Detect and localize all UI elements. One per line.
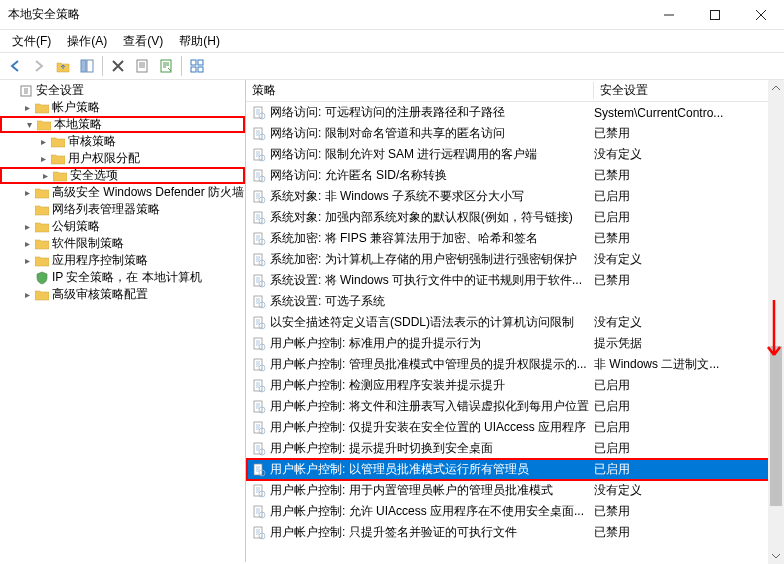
expander-icon[interactable]: ▸ [20,255,34,266]
column-setting[interactable]: 安全设置 [594,82,784,99]
list-row[interactable]: 网络访问: 限制允许对 SAM 进行远程调用的客户端没有定义 [246,144,784,165]
policy-icon [252,190,270,204]
list-row[interactable]: 网络访问: 可远程访问的注册表路径和子路径System\CurrentContr… [246,102,784,123]
setting-text: 已禁用 [594,524,784,541]
expander-icon[interactable]: ▸ [38,170,52,181]
expander-icon[interactable]: ▸ [20,238,34,249]
list-body[interactable]: 网络访问: 可远程访问的注册表路径和子路径System\CurrentContr… [246,102,784,543]
tree-item[interactable]: ▸应用程序控制策略 [0,252,245,269]
list-row[interactable]: 用户帐户控制: 提示提升时切换到安全桌面已启用 [246,438,784,459]
svg-rect-8 [198,67,203,72]
scroll-thumb[interactable] [770,346,782,506]
setting-text: 已启用 [594,440,784,457]
svg-rect-20 [254,212,262,223]
list-row[interactable]: 系统加密: 将 FIPS 兼容算法用于加密、哈希和签名已禁用 [246,228,784,249]
svg-rect-3 [137,60,147,72]
tree-item-label: 软件限制策略 [50,235,124,252]
list-row[interactable]: 以安全描述符定义语言(SDDL)语法表示的计算机访问限制没有定义 [246,312,784,333]
content-area: 安全设置▸帐户策略▾本地策略▸审核策略▸用户权限分配▸安全选项▸高级安全 Win… [0,80,784,562]
expander-icon[interactable]: ▸ [36,153,50,164]
column-policy[interactable]: 策略 [246,82,594,99]
list-row[interactable]: 网络访问: 限制对命名管道和共享的匿名访问已禁用 [246,123,784,144]
minimize-button[interactable] [646,0,692,30]
back-button[interactable] [4,55,26,77]
list-row[interactable]: 用户帐户控制: 检测应用程序安装并提示提升已启用 [246,375,784,396]
scroll-up-button[interactable] [768,80,784,96]
tree-item[interactable]: IP 安全策略，在 本地计算机 [0,269,245,286]
tree-item[interactable]: ▸用户权限分配 [0,150,245,167]
close-button[interactable] [738,0,784,30]
expander-icon[interactable]: ▸ [36,136,50,147]
list-row[interactable]: 用户帐户控制: 只提升签名并验证的可执行文件已禁用 [246,522,784,543]
properties-button[interactable] [131,55,153,77]
svg-rect-18 [254,191,262,202]
tree-item[interactable]: ▸帐户策略 [0,99,245,116]
show-hide-tree-button[interactable] [76,55,98,77]
export-button[interactable] [155,55,177,77]
svg-rect-16 [254,170,262,181]
expander-icon[interactable]: ▸ [20,289,34,300]
list-row[interactable]: 系统加密: 为计算机上存储的用户密钥强制进行强密钥保护没有定义 [246,249,784,270]
tree-item[interactable]: ▸软件限制策略 [0,235,245,252]
svg-rect-14 [254,149,262,160]
list-row[interactable]: 用户帐户控制: 管理员批准模式中管理员的提升权限提示的...非 Windows … [246,354,784,375]
policy-icon [252,421,270,435]
list-row[interactable]: 用户帐户控制: 用于内置管理员帐户的管理员批准模式没有定义 [246,480,784,501]
setting-text: 没有定义 [594,482,784,499]
maximize-button[interactable] [692,0,738,30]
forward-button[interactable] [28,55,50,77]
expander-icon[interactable]: ▸ [20,102,34,113]
list-row[interactable]: 用户帐户控制: 标准用户的提升提示行为提示凭据 [246,333,784,354]
tree-item[interactable]: ▸高级审核策略配置 [0,286,245,303]
svg-rect-7 [191,67,196,72]
list-row[interactable]: 系统设置: 将 Windows 可执行文件中的证书规则用于软件...已禁用 [246,270,784,291]
menu-view[interactable]: 查看(V) [117,31,169,52]
policy-icon [252,463,270,477]
list-row[interactable]: 用户帐户控制: 允许 UIAccess 应用程序在不使用安全桌面...已禁用 [246,501,784,522]
up-button[interactable] [52,55,74,77]
tree-item-label: 公钥策略 [50,218,100,235]
setting-text: 已启用 [594,461,784,478]
folder-icon [50,135,66,149]
policy-text: 网络访问: 允许匿名 SID/名称转换 [270,167,594,184]
toolbar-separator-2 [181,56,182,76]
list-row[interactable]: 用户帐户控制: 仅提升安装在安全位置的 UIAccess 应用程序已启用 [246,417,784,438]
menu-help[interactable]: 帮助(H) [173,31,226,52]
setting-text: 没有定义 [594,251,784,268]
menu-file[interactable]: 文件(F) [6,31,57,52]
policy-text: 系统对象: 加强内部系统对象的默认权限(例如，符号链接) [270,209,594,226]
policy-icon [252,400,270,414]
tree-item[interactable]: 安全设置 [0,82,245,99]
expander-icon[interactable]: ▸ [20,187,34,198]
folder-icon [34,254,50,268]
setting-text: 提示凭据 [594,335,784,352]
list-row[interactable]: 系统对象: 加强内部系统对象的默认权限(例如，符号链接)已启用 [246,207,784,228]
tree-panel[interactable]: 安全设置▸帐户策略▾本地策略▸审核策略▸用户权限分配▸安全选项▸高级安全 Win… [0,80,246,562]
tree-item[interactable]: ▸安全选项 [0,167,245,184]
tree-item[interactable]: ▾本地策略 [0,116,245,133]
policy-text: 网络访问: 限制对命名管道和共享的匿名访问 [270,125,594,142]
tree-item[interactable]: ▸审核策略 [0,133,245,150]
svg-rect-12 [254,128,262,139]
policy-icon [252,106,270,120]
delete-button[interactable] [107,55,129,77]
setting-text: 已禁用 [594,167,784,184]
tree-item[interactable]: 网络列表管理器策略 [0,201,245,218]
expander-icon[interactable]: ▾ [22,119,36,130]
list-row[interactable]: 用户帐户控制: 将文件和注册表写入错误虚拟化到每用户位置已启用 [246,396,784,417]
list-row[interactable]: 系统设置: 可选子系统 [246,291,784,312]
tree-item[interactable]: ▸高级安全 Windows Defender 防火墙 [0,184,245,201]
menu-action[interactable]: 操作(A) [61,31,113,52]
refresh-button[interactable] [186,55,208,77]
expander-icon[interactable]: ▸ [20,221,34,232]
tree-item[interactable]: ▸公钥策略 [0,218,245,235]
scroll-down-button[interactable] [768,548,784,564]
list-row[interactable]: 系统对象: 非 Windows 子系统不要求区分大小写已启用 [246,186,784,207]
list-row[interactable]: 网络访问: 允许匿名 SID/名称转换已禁用 [246,165,784,186]
svg-rect-30 [254,317,262,328]
list-header: 策略 安全设置 [246,80,784,102]
list-row[interactable]: 用户帐户控制: 以管理员批准模式运行所有管理员已启用 [246,459,784,480]
svg-rect-1 [81,60,86,72]
policy-text: 系统加密: 为计算机上存储的用户密钥强制进行强密钥保护 [270,251,594,268]
policy-icon [252,253,270,267]
